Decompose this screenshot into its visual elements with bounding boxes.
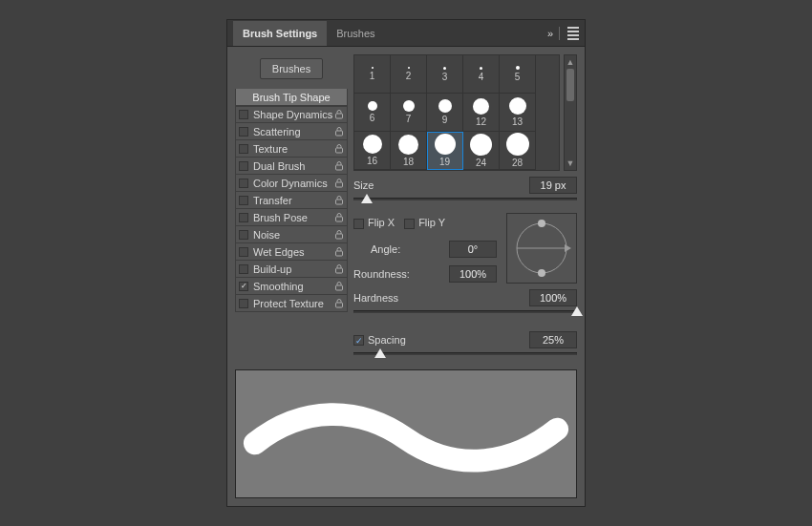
setting-label: Color Dynamics xyxy=(253,178,333,189)
brush-tip-9[interactable]: 9 xyxy=(427,94,463,132)
setting-checkbox[interactable] xyxy=(239,161,248,171)
settings-list: Brushes Brush Tip Shape Shape DynamicsSc… xyxy=(235,54,348,364)
size-field[interactable]: 19 px xyxy=(529,177,577,194)
spacing-checkbox[interactable]: ✓Spacing xyxy=(353,334,406,347)
setting-row-dual-brush[interactable]: Dual Brush xyxy=(235,158,348,175)
setting-label: Wet Edges xyxy=(253,246,333,258)
setting-checkbox[interactable] xyxy=(239,299,248,308)
hardness-slider[interactable] xyxy=(353,308,577,322)
collapse-icon[interactable]: » xyxy=(547,28,551,39)
setting-checkbox[interactable] xyxy=(239,230,248,240)
svg-rect-5 xyxy=(335,200,342,204)
svg-rect-1 xyxy=(335,131,342,136)
lock-icon[interactable] xyxy=(333,281,344,291)
setting-checkbox[interactable] xyxy=(239,196,248,205)
setting-row-shape-dynamics[interactable]: Shape Dynamics xyxy=(235,106,348,123)
lock-icon[interactable] xyxy=(333,263,344,274)
lock-icon[interactable] xyxy=(333,195,344,205)
setting-row-texture[interactable]: Texture xyxy=(235,140,348,158)
brush-tip-6[interactable]: 6 xyxy=(354,94,391,132)
grid-scrollbar[interactable]: ▲ ▼ xyxy=(564,54,577,171)
brush-tip-2[interactable]: 2 xyxy=(391,55,427,94)
svg-rect-2 xyxy=(335,148,342,153)
brush-tip-4[interactable]: 4 xyxy=(463,55,500,94)
svg-rect-0 xyxy=(335,114,342,118)
setting-checkbox[interactable] xyxy=(239,213,248,222)
lock-icon[interactable] xyxy=(333,298,344,308)
setting-row-transfer[interactable]: Transfer xyxy=(235,192,348,209)
lock-icon[interactable] xyxy=(333,110,344,120)
svg-rect-11 xyxy=(335,303,342,307)
setting-label: Smoothing xyxy=(253,281,333,292)
hardness-field[interactable]: 100% xyxy=(529,289,577,306)
setting-label: Shape Dynamics xyxy=(253,109,333,120)
tab-bar: Brush Settings Brushes » xyxy=(227,20,585,47)
scroll-down-icon[interactable]: ▼ xyxy=(566,158,575,168)
setting-checkbox[interactable] xyxy=(239,127,248,137)
brush-tip-16[interactable]: 16 xyxy=(354,132,391,170)
setting-checkbox[interactable] xyxy=(239,247,248,257)
setting-checkbox[interactable] xyxy=(239,264,248,274)
setting-label: Protect Texture xyxy=(253,298,333,309)
setting-label: Brush Pose xyxy=(253,212,333,223)
svg-rect-10 xyxy=(335,285,342,290)
svg-point-16 xyxy=(538,269,545,277)
scroll-up-icon[interactable]: ▲ xyxy=(566,57,575,67)
flip-y-checkbox[interactable]: Flip Y xyxy=(404,217,445,229)
brush-tip-shape-header[interactable]: Brush Tip Shape xyxy=(235,89,348,106)
svg-rect-6 xyxy=(335,217,342,221)
spacing-slider[interactable] xyxy=(353,350,577,364)
brush-tip-grid[interactable]: 1234567912131618192428 xyxy=(353,54,560,171)
svg-marker-14 xyxy=(565,244,571,252)
scroll-thumb[interactable] xyxy=(566,69,574,101)
setting-row-build-up[interactable]: Build-up xyxy=(235,261,348,278)
svg-rect-7 xyxy=(335,234,342,239)
svg-rect-9 xyxy=(335,268,342,273)
brush-tip-13[interactable]: 13 xyxy=(500,94,536,132)
spacing-field[interactable]: 25% xyxy=(529,331,577,348)
roundness-field[interactable]: 100% xyxy=(449,265,497,283)
brush-tip-12[interactable]: 12 xyxy=(463,94,500,132)
brush-tip-24[interactable]: 24 xyxy=(463,132,500,170)
lock-icon[interactable] xyxy=(333,229,344,240)
angle-roundness-control[interactable] xyxy=(506,213,577,284)
setting-checkbox[interactable]: ✓ xyxy=(239,282,248,291)
brushes-button[interactable]: Brushes xyxy=(260,58,323,79)
lock-icon[interactable] xyxy=(333,126,344,137)
flip-x-checkbox[interactable]: Flip X xyxy=(353,217,395,229)
setting-row-wet-edges[interactable]: Wet Edges xyxy=(235,243,348,261)
setting-checkbox[interactable] xyxy=(239,179,248,188)
brush-tip-1[interactable]: 1 xyxy=(354,55,391,94)
brush-tip-7[interactable]: 7 xyxy=(391,94,427,132)
size-label: Size xyxy=(353,179,525,191)
angle-field[interactable]: 0° xyxy=(449,241,497,258)
setting-row-smoothing[interactable]: ✓Smoothing xyxy=(235,278,348,295)
brush-tip-5[interactable]: 5 xyxy=(500,55,536,94)
brush-tip-18[interactable]: 18 xyxy=(391,132,427,170)
svg-point-15 xyxy=(538,220,545,227)
tab-brushes[interactable]: Brushes xyxy=(327,21,384,46)
setting-checkbox[interactable] xyxy=(239,144,248,154)
svg-rect-3 xyxy=(335,165,342,170)
lock-icon[interactable] xyxy=(333,246,344,257)
angle-label: Angle: xyxy=(371,243,445,255)
lock-icon[interactable] xyxy=(333,178,344,188)
menu-icon[interactable] xyxy=(567,27,579,40)
setting-checkbox[interactable] xyxy=(239,110,248,119)
setting-row-brush-pose[interactable]: Brush Pose xyxy=(235,209,348,226)
brush-tip-19[interactable]: 19 xyxy=(427,132,463,170)
tab-brush-settings[interactable]: Brush Settings xyxy=(233,21,327,46)
setting-row-noise[interactable]: Noise xyxy=(235,226,348,243)
roundness-label: Roundness: xyxy=(353,268,445,280)
lock-icon[interactable] xyxy=(333,212,344,222)
setting-row-protect-texture[interactable]: Protect Texture xyxy=(235,295,348,312)
setting-label: Scattering xyxy=(253,126,333,137)
setting-row-scattering[interactable]: Scattering xyxy=(235,123,348,140)
brush-preview xyxy=(235,369,577,498)
lock-icon[interactable] xyxy=(333,160,344,171)
brush-tip-28[interactable]: 28 xyxy=(500,132,536,170)
setting-row-color-dynamics[interactable]: Color Dynamics xyxy=(235,175,348,192)
brush-tip-3[interactable]: 3 xyxy=(427,55,463,94)
lock-icon[interactable] xyxy=(333,143,344,154)
size-slider[interactable] xyxy=(353,196,577,209)
